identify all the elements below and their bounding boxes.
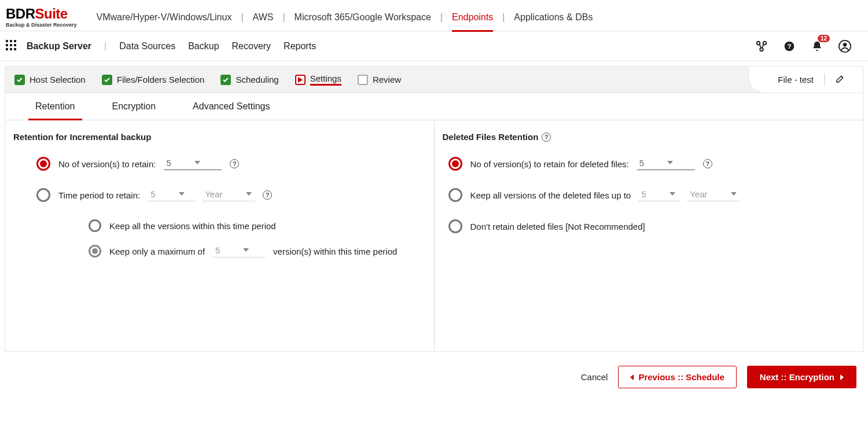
- topnav-item-3[interactable]: Endpoints: [446, 4, 499, 31]
- radio-versions-retain[interactable]: [36, 157, 50, 171]
- topnav-item-4[interactable]: Applications & DBs: [508, 4, 598, 31]
- subtab-retention[interactable]: Retention: [28, 93, 82, 120]
- chevron-right-icon: [840, 374, 844, 380]
- wizard-jobname-area: File - test: [748, 66, 863, 93]
- label-keep-all: Keep all the versions within this time p…: [109, 221, 276, 231]
- step-settings[interactable]: Settings: [295, 73, 341, 86]
- step-host-selection[interactable]: Host Selection: [14, 75, 86, 85]
- label-deleted-versions: No of version(s) to retain for deleted f…: [470, 159, 629, 169]
- svg-point-15: [843, 43, 847, 46]
- section-title-left: Retention for Incremental backup: [13, 132, 426, 142]
- svg-rect-0: [6, 40, 8, 42]
- step-label: Settings: [310, 73, 341, 86]
- step-label: Files/Folders Selection: [117, 75, 205, 84]
- cancel-button[interactable]: Cancel: [581, 372, 608, 382]
- label-time-period: Time period to retain:: [58, 190, 140, 200]
- svg-rect-2: [14, 40, 16, 42]
- cluster-icon[interactable]: [755, 39, 768, 53]
- logo-text-1: BDR: [6, 6, 35, 21]
- notification-badge: 12: [818, 35, 830, 42]
- select-period-unit[interactable]: Year: [203, 189, 255, 201]
- topnav: VMware/Hyper-V/Windows/Linux|AWS|Microso…: [91, 4, 599, 31]
- radio-keep-max[interactable]: [89, 245, 101, 258]
- chevron-left-icon: [630, 374, 634, 380]
- content: Retention for Incremental backup No of v…: [5, 120, 863, 352]
- subtabs: RetentionEncryptionAdvanced Settings: [5, 93, 863, 120]
- server-title: Backup Server: [27, 41, 91, 52]
- radio-deleted-versions[interactable]: [448, 157, 462, 171]
- help-time-period[interactable]: ?: [263, 190, 272, 200]
- step-label: Review: [373, 75, 401, 84]
- radio-deleted-period[interactable]: [448, 188, 462, 202]
- logo-tagline: Backup & Disaster Recovery: [6, 22, 77, 28]
- previous-button[interactable]: Previous :: Schedule: [618, 366, 736, 388]
- label-keep-max-prefix: Keep only a maximum of: [109, 247, 205, 256]
- step-checkbox-icon: [358, 75, 368, 85]
- step-files-folders-selection[interactable]: Files/Folders Selection: [102, 75, 205, 85]
- logo[interactable]: BDRSuite Backup & Disaster Recovery: [6, 7, 77, 28]
- job-name: File - test: [778, 75, 814, 84]
- help-versions[interactable]: ?: [230, 159, 239, 168]
- topnav-item-1[interactable]: AWS: [247, 4, 279, 31]
- select-deleted-period-count[interactable]: 5: [639, 189, 679, 201]
- help-deleted-title[interactable]: ?: [542, 133, 551, 142]
- topnav-item-0[interactable]: VMware/Hyper-V/Windows/Linux: [91, 4, 238, 31]
- secondnav-item-1[interactable]: Backup: [188, 41, 219, 52]
- radio-keep-all[interactable]: [89, 219, 101, 232]
- select-deleted-count[interactable]: 5: [637, 158, 695, 170]
- edit-icon[interactable]: [835, 73, 845, 86]
- topbar: BDRSuite Backup & Disaster Recovery VMwa…: [0, 0, 868, 31]
- panel-incremental-retention: Retention for Incremental backup No of v…: [5, 120, 435, 351]
- apps-grid-icon[interactable]: [6, 40, 16, 53]
- svg-rect-7: [10, 48, 12, 50]
- step-review[interactable]: Review: [358, 75, 401, 85]
- secondnav-item-0[interactable]: Data Sources: [119, 41, 175, 52]
- step-label: Scheduling: [236, 75, 278, 84]
- svg-text:?: ?: [787, 42, 791, 50]
- step-checkbox-icon: [14, 75, 25, 85]
- user-icon[interactable]: [838, 39, 852, 53]
- notifications-icon[interactable]: 12: [810, 39, 824, 53]
- step-checkbox-icon: [102, 75, 112, 85]
- step-checkbox-icon: [295, 75, 306, 85]
- svg-rect-1: [10, 40, 12, 42]
- svg-rect-3: [6, 44, 8, 46]
- svg-rect-4: [10, 44, 12, 46]
- logo-text-2: Suite: [35, 6, 68, 21]
- secondnav-item-3[interactable]: Reports: [284, 41, 316, 52]
- label-keep-max-suffix: version(s) within this time period: [273, 247, 397, 256]
- help-deleted-versions[interactable]: ?: [703, 159, 712, 168]
- select-deleted-period-unit[interactable]: Year: [687, 189, 740, 201]
- svg-rect-5: [14, 44, 16, 46]
- step-checkbox-icon: [220, 75, 231, 85]
- topnav-item-2[interactable]: Microsoft 365/Google Workspace: [289, 4, 437, 31]
- subtab-advanced-settings[interactable]: Advanced Settings: [186, 93, 277, 120]
- help-icon[interactable]: ?: [782, 39, 796, 53]
- step-label: Host Selection: [30, 75, 86, 84]
- label-deleted-period: Keep all versions of the deleted files u…: [470, 190, 631, 200]
- subtab-encryption[interactable]: Encryption: [105, 93, 163, 120]
- radio-time-period[interactable]: [36, 188, 50, 202]
- svg-rect-6: [6, 48, 8, 50]
- select-versions-count[interactable]: 5: [164, 158, 222, 170]
- label-versions-retain: No of version(s) to retain:: [58, 159, 156, 169]
- next-button[interactable]: Next :: Encryption: [747, 366, 856, 388]
- secondnav-item-2[interactable]: Recovery: [232, 41, 271, 52]
- panel-deleted-retention: Deleted Files Retention ? No of version(…: [435, 120, 863, 351]
- footer: Cancel Previous :: Schedule Next :: Encr…: [0, 352, 868, 402]
- svg-rect-8: [14, 48, 16, 50]
- radio-dont-retain[interactable]: [448, 219, 462, 233]
- select-period-count[interactable]: 5: [148, 189, 194, 201]
- wizard-bar: Host SelectionFiles/Folders SelectionSch…: [5, 66, 863, 93]
- secondbar: Backup Server | Data SourcesBackupRecove…: [0, 31, 868, 61]
- svg-point-11: [760, 47, 763, 51]
- select-max-versions[interactable]: 5: [213, 245, 265, 258]
- step-scheduling[interactable]: Scheduling: [220, 75, 278, 85]
- section-title-right: Deleted Files Retention ?: [443, 132, 855, 142]
- label-dont-retain: Don't retain deleted files [Not Recommen…: [470, 222, 645, 231]
